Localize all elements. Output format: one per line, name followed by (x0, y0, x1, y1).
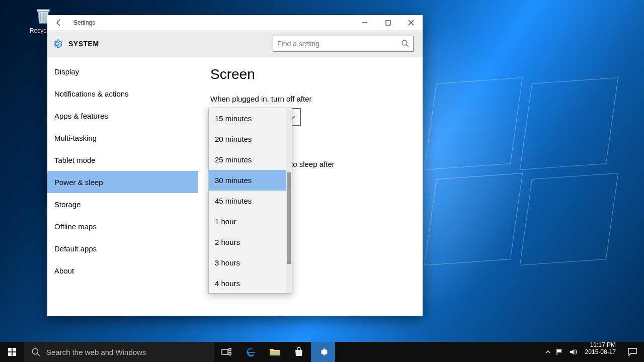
scrollbar-thumb[interactable] (287, 172, 291, 264)
svg-rect-7 (222, 349, 228, 354)
svg-rect-4 (8, 352, 12, 356)
settings-search-input[interactable] (273, 36, 413, 51)
close-button[interactable] (399, 15, 423, 30)
sidebar-item-notifications[interactable]: Notifications & actions (47, 82, 198, 105)
start-button[interactable] (0, 342, 24, 362)
dropdown-scrollbar[interactable] (286, 108, 292, 293)
settings-header: SYSTEM (47, 30, 423, 57)
header-label: SYSTEM (68, 40, 99, 48)
screen-off-dropdown: 15 minutes 20 minutes 25 minutes 30 minu… (208, 108, 292, 294)
desktop-wallpaper-art (430, 80, 621, 272)
settings-sidebar: Display Notifications & actions Apps & f… (47, 57, 198, 316)
search-icon (31, 347, 40, 356)
settings-search[interactable] (273, 36, 414, 52)
section-title: Screen (210, 66, 411, 82)
gear-icon (52, 39, 62, 49)
svg-rect-5 (13, 352, 16, 356)
taskbar-search-placeholder: Search the web and Windows (46, 348, 146, 356)
window-title: Settings (70, 19, 95, 26)
dropdown-option[interactable]: 25 minutes (209, 149, 286, 170)
taskbar-app-file-explorer[interactable] (263, 342, 287, 362)
taskbar-clock[interactable]: 11:17 PM 2015-08-17 (580, 342, 621, 362)
sidebar-item-default-apps[interactable]: Default apps (47, 237, 198, 259)
clock-date: 2015-08-17 (585, 349, 616, 356)
taskbar-search[interactable]: Search the web and Windows (24, 342, 214, 362)
minimize-button[interactable] (353, 15, 376, 30)
taskbar-app-edge[interactable] (238, 342, 263, 362)
sidebar-item-tablet-mode[interactable]: Tablet mode (47, 149, 198, 171)
taskbar: Search the web and Windows 11:17 PM 2015… (0, 342, 644, 362)
svg-rect-0 (386, 21, 390, 25)
tray-chevron-up-icon[interactable] (545, 349, 551, 355)
dropdown-option[interactable]: 2 hours (209, 232, 286, 252)
sidebar-item-storage[interactable]: Storage (47, 193, 198, 215)
svg-point-1 (402, 40, 407, 45)
dropdown-option[interactable]: 20 minutes (209, 129, 286, 149)
dropdown-option[interactable]: 4 hours (209, 273, 286, 293)
taskbar-app-settings[interactable] (311, 342, 335, 362)
tray-flag-icon[interactable] (556, 348, 564, 355)
dropdown-option[interactable]: 15 minutes (209, 108, 286, 129)
dropdown-option[interactable]: 3 hours (209, 252, 286, 273)
dropdown-option[interactable]: 1 hour (209, 211, 286, 232)
dropdown-option[interactable]: 45 minutes (209, 191, 286, 211)
sidebar-item-multi-tasking[interactable]: Multi-tasking (47, 127, 198, 149)
tray-volume-icon[interactable] (569, 348, 577, 355)
search-icon (401, 39, 409, 47)
svg-rect-8 (229, 348, 231, 351)
svg-rect-2 (8, 348, 12, 351)
action-center-button[interactable] (621, 342, 644, 362)
desktop[interactable]: Recycle B Settings SYSTEM (0, 0, 644, 362)
sidebar-item-about[interactable]: About (47, 259, 198, 282)
clock-time: 11:17 PM (585, 342, 616, 349)
sidebar-item-power-sleep[interactable]: Power & sleep (47, 171, 198, 193)
sidebar-item-display[interactable]: Display (47, 60, 198, 82)
taskbar-app-store[interactable] (287, 342, 311, 362)
task-view-button[interactable] (214, 342, 238, 362)
sidebar-item-offline-maps[interactable]: Offline maps (47, 215, 198, 237)
svg-rect-9 (229, 352, 231, 355)
svg-rect-3 (13, 348, 16, 351)
dropdown-option[interactable]: 30 minutes (209, 170, 286, 191)
svg-point-6 (32, 348, 38, 354)
sidebar-item-apps-features[interactable]: Apps & features (47, 105, 198, 127)
screen-off-label: When plugged in, turn off after (210, 95, 411, 103)
back-button[interactable] (47, 15, 70, 30)
sleep-label-fragment: to sleep after (291, 160, 335, 168)
maximize-button[interactable] (376, 15, 399, 30)
system-tray[interactable] (542, 342, 580, 362)
titlebar[interactable]: Settings (47, 15, 423, 30)
